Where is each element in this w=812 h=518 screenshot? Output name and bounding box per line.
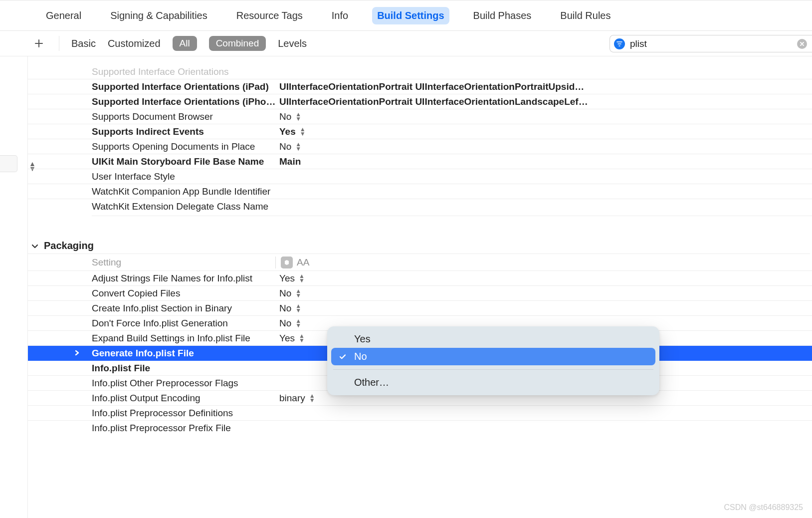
setting-name: Create Info.plist Section in Binary [28, 303, 277, 314]
setting-value[interactable]: UIInterfaceOrientationPortrait UIInterfa… [277, 81, 812, 92]
setting-row[interactable]: UIKit Main Storyboard File Base Name Mai… [28, 154, 812, 169]
setting-name: Supports Opening Documents in Place [28, 141, 277, 152]
stepper-icon: ▲▼ [295, 289, 301, 297]
setting-row[interactable]: Convert Copied Files No▲▼ [28, 286, 812, 301]
plus-icon [34, 38, 44, 48]
add-build-setting-button[interactable] [31, 35, 47, 51]
tab-resource-tags[interactable]: Resource Tags [231, 7, 308, 24]
tab-build-rules[interactable]: Build Rules [555, 7, 615, 24]
setting-value[interactable]: Yes▲▼ [277, 126, 812, 137]
value-dropdown-popover: Yes No Other… [327, 326, 659, 395]
tab-signing-capabilities[interactable]: Signing & Capabilities [105, 7, 212, 24]
target-short-label: AA [297, 257, 309, 268]
setting-name: Supported Interface Orientations (iPad) [28, 81, 277, 92]
stepper-icon: ▲▼ [295, 112, 301, 121]
setting-name: Info.plist Preprocessor Definitions [28, 408, 277, 419]
setting-name: Adjust Strings File Names for Info.plist [28, 273, 277, 284]
filter-all[interactable]: All [173, 36, 197, 51]
setting-value[interactable]: No▲▼ [277, 111, 812, 122]
column-divider [275, 257, 276, 268]
setting-name: UIKit Main Storyboard File Base Name [28, 156, 277, 167]
setting-value[interactable]: No▲▼ [277, 303, 812, 314]
setting-name: User Interface Style [28, 171, 277, 182]
targets-collapsed-handle[interactable] [0, 155, 17, 172]
setting-name: Generate Info.plist File [92, 348, 194, 359]
stepper-icon: ▲▼ [299, 274, 305, 282]
close-icon [800, 41, 805, 46]
setting-row[interactable]: WatchKit Companion App Bundle Identifier [28, 184, 812, 199]
build-settings-filter-bar: Basic Customized All Combined Levels [0, 31, 812, 56]
main-area: ▲▼ Supported Interface Orientations Supp… [0, 56, 812, 518]
dropdown-separator [333, 369, 653, 370]
filter-customized[interactable]: Customized [108, 38, 161, 49]
setting-row[interactable]: Adjust Strings File Names for Info.plist… [28, 271, 812, 286]
setting-name: Info.plist Output Encoding [28, 393, 277, 404]
setting-name: Supports Indirect Events [28, 126, 277, 137]
packaging-column-header: Setting AA [28, 254, 812, 271]
top-section-table: Supported Interface Orientations Support… [28, 56, 812, 216]
search-input[interactable] [630, 38, 792, 49]
tab-general[interactable]: General [41, 7, 86, 24]
divider [59, 36, 59, 51]
filter-icon[interactable] [614, 38, 625, 49]
tab-build-settings[interactable]: Build Settings [372, 7, 449, 24]
setting-row[interactable]: WatchKit Extension Delegate Class Name [28, 199, 812, 214]
stepper-icon: ▲▼ [309, 394, 315, 402]
project-editor-tabs: General Signing & Capabilities Resource … [0, 0, 812, 31]
setting-name: Convert Copied Files [28, 288, 277, 299]
setting-name: Info.plist File [28, 363, 277, 374]
setting-row[interactable]: User Interface Style [28, 169, 812, 184]
dropdown-option-no[interactable]: No [331, 348, 655, 365]
targets-gutter [0, 56, 28, 518]
stepper-icon: ▲▼ [295, 319, 301, 327]
filter-combined[interactable]: Combined [209, 36, 266, 51]
filter-levels[interactable]: Levels [278, 38, 307, 49]
setting-name: WatchKit Extension Delegate Class Name [28, 201, 277, 212]
section-title: Packaging [44, 240, 94, 252]
search-field-wrap [609, 35, 812, 52]
setting-row[interactable]: Create Info.plist Section in Binary No▲▼ [28, 301, 812, 316]
setting-row[interactable]: Supported Interface Orientations (iPad) … [28, 79, 812, 94]
clear-search-button[interactable] [797, 39, 807, 49]
chevron-right-icon[interactable] [73, 348, 80, 359]
setting-name: Info.plist Other Preprocessor Flags [28, 378, 277, 389]
watermark: CSDN @st646889325 [724, 503, 803, 512]
tab-info[interactable]: Info [327, 7, 353, 24]
stepper-icon: ▲▼ [299, 334, 305, 342]
setting-row[interactable]: Supported Interface Orientations (iPhone… [28, 94, 812, 109]
setting-value[interactable]: Main [277, 156, 812, 167]
setting-value[interactable]: UIInterfaceOrientationPortrait UIInterfa… [277, 96, 812, 107]
stepper-icon: ▲▼ [295, 142, 301, 151]
settings-content: Supported Interface Orientations Support… [28, 56, 812, 518]
setting-name: Expand Build Settings in Info.plist File [28, 333, 277, 344]
setting-name: Don't Force Info.plist Generation [28, 318, 277, 329]
setting-name: WatchKit Companion App Bundle Identifier [28, 186, 277, 197]
setting-row[interactable]: Supports Indirect Events Yes▲▼ [28, 124, 812, 139]
tab-build-phases[interactable]: Build Phases [468, 7, 537, 24]
setting-name: Supported Interface Orientations (iPhone… [28, 96, 277, 107]
section-packaging-header[interactable]: Packaging [28, 238, 810, 254]
column-setting-label: Setting [28, 257, 277, 268]
setting-name: Supports Document Browser [28, 111, 277, 122]
dropdown-option-other[interactable]: Other… [331, 374, 655, 391]
check-icon [338, 353, 347, 361]
setting-row[interactable]: Info.plist Preprocessor Definitions [28, 406, 812, 421]
setting-row[interactable]: Supports Document Browser No▲▼ [28, 109, 812, 124]
chevron-down-icon [31, 242, 39, 250]
stepper-icon: ▲▼ [295, 304, 301, 312]
filter-basic[interactable]: Basic [71, 38, 96, 49]
setting-value[interactable]: No▲▼ [277, 141, 812, 152]
dropdown-option-yes[interactable]: Yes [331, 330, 655, 348]
setting-value[interactable]: Yes▲▼ [277, 273, 812, 284]
stepper-icon: ▲▼ [300, 127, 306, 136]
setting-value[interactable]: No▲▼ [277, 288, 812, 299]
setting-row[interactable]: Info.plist Preprocessor Prefix File [28, 421, 812, 436]
app-target-icon [281, 257, 293, 268]
setting-name: Info.plist Preprocessor Prefix File [28, 423, 277, 434]
setting-row[interactable]: Supports Opening Documents in Place No▲▼ [28, 139, 812, 154]
